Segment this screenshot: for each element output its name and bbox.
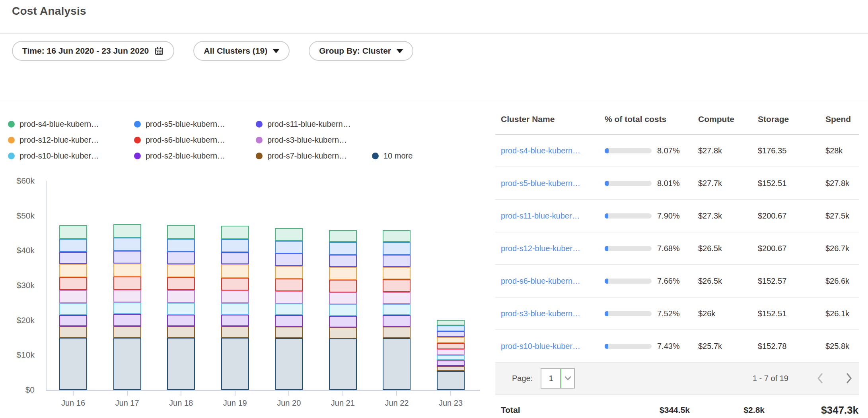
bar-segment[interactable]: [437, 320, 465, 325]
bar-segment[interactable]: [113, 238, 141, 251]
bar-segment[interactable]: [383, 230, 411, 242]
bar-segment[interactable]: [59, 277, 87, 290]
prev-page-button[interactable]: [812, 370, 828, 386]
legend-item[interactable]: prod-s12-blue-kuber…: [8, 135, 134, 145]
bar-segment[interactable]: [167, 303, 195, 315]
bar-segment[interactable]: [275, 315, 303, 327]
bar-segment[interactable]: [113, 224, 141, 238]
bar-segment[interactable]: [383, 304, 411, 315]
bar-segment[interactable]: [113, 314, 141, 326]
bar-segment[interactable]: [383, 338, 411, 390]
bar-segment[interactable]: [329, 255, 357, 267]
bar-segment[interactable]: [59, 225, 87, 239]
bar-segment[interactable]: [59, 315, 87, 326]
bar-segment[interactable]: [329, 242, 357, 255]
cluster-link[interactable]: prod-s6-blue-kubern…: [501, 277, 580, 285]
bar-segment[interactable]: [59, 239, 87, 252]
bar-segment[interactable]: [275, 327, 303, 338]
clusters-filter[interactable]: All Clusters (19): [193, 41, 290, 61]
bar-segment[interactable]: [383, 315, 411, 327]
bar-segment[interactable]: [221, 326, 249, 338]
bar-segment[interactable]: [59, 338, 87, 390]
bar-segment[interactable]: [221, 303, 249, 315]
bar-segment[interactable]: [329, 280, 357, 292]
bar-segment[interactable]: [329, 304, 357, 316]
bar-segment[interactable]: [329, 327, 357, 339]
bar-segment[interactable]: [275, 304, 303, 315]
legend-item[interactable]: 10 more: [372, 151, 413, 161]
bar-segment[interactable]: [221, 290, 249, 303]
next-page-button[interactable]: [841, 370, 857, 386]
bar-segment[interactable]: [275, 254, 303, 266]
time-range-filter[interactable]: Time: 16 Jun 2020 - 23 Jun 2020: [12, 41, 174, 61]
bar-segment[interactable]: [329, 230, 357, 242]
legend-item[interactable]: prod-s10-blue-kuber…: [8, 151, 134, 161]
bar-segment[interactable]: [437, 360, 465, 366]
bar-segment[interactable]: [383, 267, 411, 280]
bar-segment[interactable]: [113, 263, 141, 277]
bar-segment[interactable]: [167, 290, 195, 303]
bar-segment[interactable]: [383, 327, 411, 338]
bar-segment[interactable]: [275, 241, 303, 254]
bar-segment[interactable]: [437, 366, 465, 371]
cluster-link[interactable]: prod-s11-blue-kuber…: [501, 211, 580, 220]
bar-segment[interactable]: [275, 338, 303, 390]
bar-segment[interactable]: [167, 315, 195, 327]
bar-segment[interactable]: [59, 326, 87, 338]
bar-segment[interactable]: [59, 290, 87, 303]
bar-segment[interactable]: [59, 303, 87, 315]
bar-segment[interactable]: [437, 343, 465, 350]
bar-segment[interactable]: [437, 331, 465, 337]
bar-segment[interactable]: [275, 266, 303, 279]
cluster-link[interactable]: prod-s12-blue-kuber…: [501, 244, 580, 253]
bar-segment[interactable]: [329, 316, 357, 327]
cluster-link[interactable]: prod-s4-blue-kubern…: [501, 146, 580, 155]
group-by-filter[interactable]: Group By: Cluster: [309, 41, 413, 61]
bar-segment[interactable]: [167, 239, 195, 252]
legend-item[interactable]: prod-s5-blue-kubern…: [134, 120, 256, 129]
bar-segment[interactable]: [167, 338, 195, 390]
bar-segment[interactable]: [221, 264, 249, 277]
legend-item[interactable]: prod-s4-blue-kubern…: [8, 120, 134, 129]
bar-segment[interactable]: [437, 349, 465, 355]
bar-segment[interactable]: [167, 264, 195, 277]
bar-segment[interactable]: [329, 267, 357, 280]
bar-segment[interactable]: [275, 228, 303, 241]
cluster-link[interactable]: prod-s3-blue-kubern…: [501, 309, 580, 318]
bar-segment[interactable]: [221, 278, 249, 290]
legend-item[interactable]: prod-s7-blue-kubern…: [256, 151, 372, 161]
bar-segment[interactable]: [113, 290, 141, 302]
bar-segment[interactable]: [437, 355, 465, 360]
bar-segment[interactable]: [437, 325, 465, 331]
bar-segment[interactable]: [167, 326, 195, 338]
bar-segment[interactable]: [329, 339, 357, 390]
bar-segment[interactable]: [113, 326, 141, 338]
page-select[interactable]: 1: [541, 368, 575, 389]
bar-segment[interactable]: [275, 291, 303, 304]
bar-segment[interactable]: [221, 338, 249, 390]
bar-segment[interactable]: [383, 255, 411, 267]
bar-segment[interactable]: [437, 337, 465, 343]
bar-segment[interactable]: [221, 315, 249, 327]
bar-segment[interactable]: [113, 251, 141, 263]
bar-segment[interactable]: [59, 264, 87, 277]
bar-segment[interactable]: [383, 292, 411, 304]
legend-item[interactable]: prod-s6-blue-kubern…: [134, 135, 256, 145]
bar-segment[interactable]: [437, 371, 465, 390]
bar-segment[interactable]: [221, 226, 249, 239]
bar-segment[interactable]: [113, 302, 141, 314]
legend-item[interactable]: prod-s2-blue-kubern…: [134, 151, 256, 161]
legend-item[interactable]: prod-s11-blue-kubern…: [256, 120, 372, 129]
bar-segment[interactable]: [113, 277, 141, 290]
legend-item[interactable]: prod-s3-blue-kubern…: [256, 135, 372, 145]
bar-segment[interactable]: [275, 279, 303, 291]
bar-segment[interactable]: [59, 252, 87, 264]
bar-segment[interactable]: [329, 292, 357, 305]
bar-segment[interactable]: [113, 338, 141, 390]
cluster-link[interactable]: prod-s5-blue-kubern…: [501, 179, 580, 188]
cluster-link[interactable]: prod-s10-blue-kuber…: [501, 342, 580, 350]
bar-segment[interactable]: [383, 279, 411, 292]
bar-segment[interactable]: [221, 239, 249, 252]
bar-segment[interactable]: [383, 242, 411, 255]
bar-segment[interactable]: [221, 252, 249, 265]
